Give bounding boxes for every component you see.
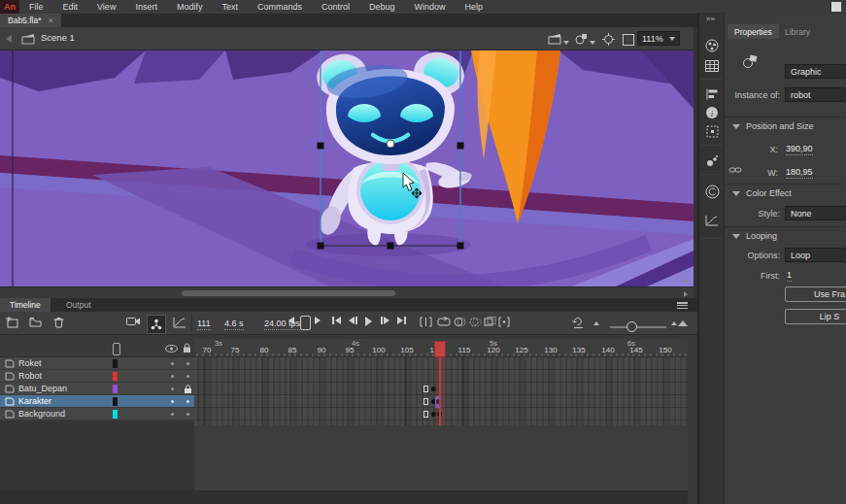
menu-modify[interactable]: Modify — [167, 0, 213, 14]
span-end-marker[interactable] — [423, 398, 428, 405]
layer-row-karakter[interactable]: Karakter — [0, 395, 194, 408]
cc-libraries-panel-icon[interactable] — [704, 184, 720, 199]
scrollbar-thumb[interactable] — [182, 290, 395, 296]
document-tab[interactable]: Bab5.fla* × — [0, 14, 61, 27]
clip-content-button[interactable] — [623, 34, 634, 46]
edit-multiple-frames-button[interactable] — [484, 317, 496, 327]
color-effect-section-header[interactable]: Color Effect — [732, 188, 792, 198]
tab-timeline[interactable]: Timeline — [0, 298, 51, 312]
layer-outline-swatch[interactable] — [113, 385, 118, 393]
horizontal-scrollbar[interactable] — [0, 286, 694, 298]
color-panel-icon[interactable] — [704, 38, 720, 53]
camera-column-icon[interactable] — [113, 343, 120, 355]
layer-outline-swatch[interactable] — [113, 372, 118, 381]
back-arrow-icon[interactable] — [6, 35, 12, 43]
panel-menu-icon[interactable] — [677, 302, 688, 309]
link-width-height-icon[interactable] — [728, 163, 742, 177]
reset-timeline-zoom-button[interactable] — [572, 317, 584, 328]
vertical-scroll-down-arrow[interactable] — [682, 280, 688, 284]
layer-lock-dot[interactable] — [186, 400, 189, 403]
onion-skin-button[interactable] — [454, 317, 466, 327]
visibility-column-eye-icon[interactable] — [165, 345, 178, 353]
layer-outline-swatch[interactable] — [113, 359, 118, 368]
current-frame-value[interactable]: 111 — [197, 319, 211, 330]
menu-window[interactable]: Window — [405, 0, 456, 14]
frame-rate-value[interactable]: 24.00 fps — [264, 319, 300, 330]
center-stage-button[interactable] — [602, 33, 615, 46]
layer-row-background[interactable]: Background — [0, 408, 194, 420]
modify-markers-button[interactable] — [498, 317, 510, 327]
scroll-right-arrow[interactable] — [684, 291, 688, 297]
add-camera-button[interactable] — [126, 317, 141, 326]
menu-control[interactable]: Control — [312, 0, 359, 14]
new-folder-button[interactable] — [29, 317, 42, 327]
go-to-first-frame-button[interactable] — [332, 317, 341, 324]
lock-column-icon[interactable] — [183, 343, 191, 353]
color-style-select[interactable]: None — [785, 206, 846, 220]
layer-visibility-dot[interactable] — [171, 400, 174, 403]
loop-playback-button[interactable] — [437, 317, 451, 327]
layer-outline-swatch[interactable] — [113, 397, 118, 406]
collapse-panels-icon[interactable]: »» — [706, 15, 715, 23]
brushes-panel-icon[interactable] — [704, 152, 720, 168]
delete-layer-button[interactable] — [53, 317, 64, 328]
span-end-marker[interactable] — [423, 411, 428, 418]
use-frame-picker-button[interactable]: Use Fra — [785, 286, 846, 302]
selection-handle[interactable] — [388, 243, 394, 250]
step-forward-button[interactable] — [381, 317, 389, 324]
layer-visibility-dot[interactable] — [171, 362, 174, 365]
step-forward-one-frame-button[interactable] — [315, 317, 321, 324]
first-frame-value[interactable]: 1 — [787, 270, 792, 282]
info-panel-icon[interactable]: i — [704, 105, 720, 120]
layer-row-batu-depan[interactable]: Batu_Depan — [0, 383, 194, 395]
span-end-marker[interactable] — [423, 386, 428, 392]
menu-debug[interactable]: Debug — [359, 0, 405, 14]
layer-outline-swatch[interactable] — [113, 410, 118, 419]
layer-row-robot[interactable]: Robot — [0, 370, 194, 383]
window-control-icon[interactable] — [831, 2, 841, 12]
menu-text[interactable]: Text — [212, 0, 248, 14]
stage[interactable] — [0, 50, 694, 286]
elapsed-time-value[interactable]: 4.6 s — [224, 319, 244, 330]
animate-app-icon[interactable]: An — [0, 0, 19, 14]
playhead[interactable] — [434, 341, 446, 357]
scene-name[interactable]: Scene 1 — [41, 32, 75, 43]
play-button[interactable] — [365, 317, 372, 326]
layer-visibility-dot[interactable] — [171, 387, 174, 390]
layer-lock-dot[interactable] — [186, 375, 189, 378]
new-layer-button[interactable] — [6, 317, 18, 328]
menu-insert[interactable]: Insert — [125, 0, 167, 14]
x-value[interactable]: 390,90 — [786, 144, 813, 155]
motion-editor-button[interactable] — [173, 317, 186, 328]
go-to-last-frame-button[interactable] — [397, 317, 406, 324]
menu-edit[interactable]: Edit — [53, 0, 88, 14]
layer-row-roket[interactable]: Roket — [0, 357, 194, 370]
transform-point[interactable] — [387, 140, 394, 148]
close-document-icon[interactable]: × — [49, 16, 53, 25]
layer-visibility-dot[interactable] — [171, 375, 174, 378]
lip-syncing-button[interactable]: Lip S — [785, 309, 846, 324]
layer-visibility-dot[interactable] — [171, 413, 174, 416]
instance-name-field[interactable]: robot — [785, 87, 846, 102]
zoom-level-select[interactable]: 111% — [637, 31, 680, 46]
loop-options-select[interactable]: Loop — [785, 248, 846, 262]
align-panel-icon[interactable] — [704, 86, 720, 102]
edit-symbols-button[interactable] — [575, 33, 595, 45]
layer-lock-dot[interactable] — [186, 413, 189, 416]
menu-view[interactable]: View — [87, 0, 125, 14]
step-back-button[interactable] — [349, 317, 357, 324]
tab-library[interactable]: Library — [778, 24, 817, 39]
selection-handle[interactable] — [318, 143, 324, 150]
swatches-panel-icon[interactable] — [704, 58, 720, 74]
motion-editor-panel-icon[interactable] — [704, 213, 720, 228]
layer-locked-icon[interactable] — [184, 385, 192, 394]
onion-skin-outlines-button[interactable] — [469, 317, 482, 327]
selection-handle[interactable] — [457, 143, 464, 150]
edit-scene-button[interactable] — [548, 33, 569, 45]
step-back-one-frame-button[interactable] — [288, 317, 294, 324]
selection-handle[interactable] — [318, 243, 324, 250]
tab-properties[interactable]: Properties — [728, 24, 779, 39]
menu-file[interactable]: File — [19, 0, 53, 14]
position-size-section-header[interactable]: Position and Size — [732, 121, 814, 131]
looping-section-header[interactable]: Looping — [732, 231, 777, 241]
